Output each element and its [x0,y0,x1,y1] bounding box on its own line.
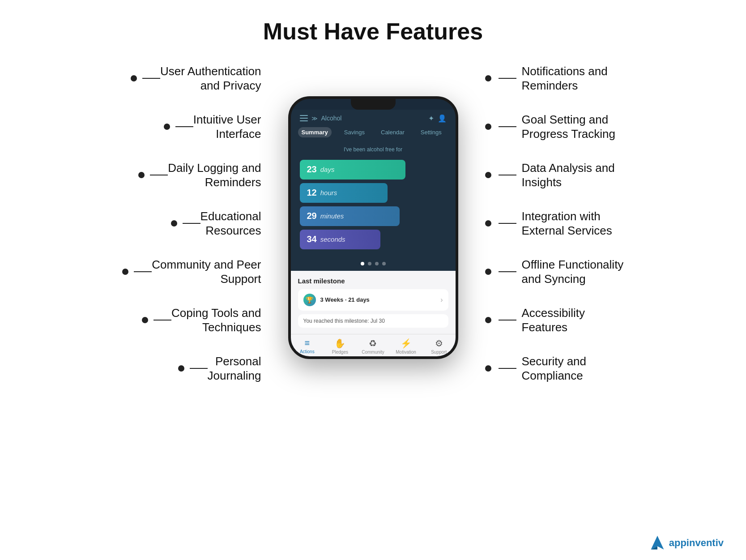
nav-community[interactable]: ♻ Community [357,338,390,355]
left-feature-daily-logging: Daily Logging and Reminders [131,155,261,195]
tab-settings[interactable]: Settings [417,127,445,137]
tab-summary[interactable]: Summary [298,127,332,137]
chevron-icon: ≫ [311,115,318,122]
phone-mockup: ≫ Alcohol ✦ 👤 Summary Savings Calendar S… [288,96,458,359]
connector-line-left-daily-logging [150,175,168,175]
timer-bar-hours: 12 hours [300,183,388,203]
left-feature-user-auth: User Authentication and Privacy [124,58,261,98]
milestone-row[interactable]: 🏆 3 Weeks · 21 days › [298,289,448,311]
feature-dot-right-integration [485,220,491,227]
nav-actions[interactable]: ≡ Actions [291,338,324,355]
connector-line-right-accessibility [499,320,516,321]
header-right: ✦ 👤 [428,114,447,123]
minutes-label: minutes [320,212,344,220]
profile-icon[interactable]: 👤 [438,114,447,123]
tab-calendar[interactable]: Calendar [377,127,408,137]
right-feature-accessibility: Accessibility Features [485,300,585,340]
app-title: Alcohol [321,115,342,122]
header-left: ≫ Alcohol [300,115,342,122]
left-feature-intuitive-ui: Intuitive User Interface [157,107,261,147]
dot-1 [361,262,364,265]
actions-icon: ≡ [304,338,310,348]
pledges-icon: ✋ [334,338,345,349]
feature-dot-left-coping-tools [142,317,148,323]
feature-dot-right-offline [485,269,491,275]
nav-pledges[interactable]: ✋ Pledges [324,338,357,355]
nav-actions-label: Actions [300,349,315,354]
feature-dot-left-educational [171,220,177,227]
feature-dot-left-user-auth [131,75,137,81]
right-feature-goal-setting: Goal Setting and Progress Tracking [485,107,616,147]
connector-line-left-educational [183,223,200,224]
milestone-date: You reached this milestone: Jul 30 [298,314,448,328]
brand-name: appinventiv [669,537,724,549]
milestone-chevron-icon: › [440,296,443,304]
hours-label: hours [320,189,337,197]
support-icon: ⚙ [435,338,443,349]
days-label: days [320,166,335,173]
nav-motivation[interactable]: ⚡ Motivation [389,338,422,355]
connector-line-left-community [134,271,152,272]
seconds-number: 34 [307,234,317,244]
connector-line-left-personal-journal [190,368,208,369]
feature-text-offline: Offline Functionality and Syncing [522,257,624,286]
nav-support-label: Support [431,350,447,355]
milestone-left: 🏆 3 Weeks · 21 days [303,294,370,306]
feature-text-daily-logging: Daily Logging and Reminders [168,161,261,190]
feature-text-data-analysis: Data Analysis and Insights [522,161,615,190]
connector-line-left-coping-tools [153,320,171,321]
feature-dot-left-intuitive-ui [164,124,170,130]
feature-dot-right-notifications [485,75,491,81]
minutes-number: 29 [307,211,317,221]
left-feature-community: Community and Peer Support [115,252,261,292]
connector-line-left-intuitive-ui [175,126,193,127]
dot-4 [382,262,386,265]
feature-dot-left-personal-journal [178,365,184,372]
bottom-nav: ≡ Actions ✋ Pledges ♻ Community ⚡ Motiva… [291,334,456,356]
page-dots [291,256,456,271]
days-number: 23 [307,164,317,175]
page-title: Must Have Features [0,0,746,58]
feature-dot-left-community [122,269,128,275]
main-layout: User Authentication and PrivacyIntuitive… [0,58,746,397]
phone-frame: ≫ Alcohol ✦ 👤 Summary Savings Calendar S… [288,96,458,359]
dot-2 [368,262,371,265]
menu-icon[interactable] [300,115,308,121]
community-nav-icon: ♻ [369,338,377,349]
feature-dot-left-daily-logging [138,172,145,178]
feature-dot-right-data-analysis [485,172,491,178]
phone-subtitle: I've been alcohol free for [291,141,456,156]
feature-dot-right-accessibility [485,317,491,323]
settings-icon[interactable]: ✦ [428,114,434,123]
nav-motivation-label: Motivation [396,350,416,355]
left-feature-coping-tools: Coping Tools and Techniques [135,300,261,340]
connector-line-left-user-auth [142,78,160,79]
feature-dot-right-security [485,365,491,372]
feature-dot-right-goal-setting [485,124,491,130]
right-features-panel: Notifications and RemindersGoal Setting … [485,58,655,397]
feature-text-goal-setting: Goal Setting and Progress Tracking [522,112,616,141]
feature-text-personal-journal: Personal Journaling [208,354,261,383]
left-feature-educational: Educational Resources [164,203,261,244]
tab-savings[interactable]: Savings [341,127,368,137]
hours-number: 12 [307,188,317,198]
connector-line-right-security [499,368,516,369]
right-feature-data-analysis: Data Analysis and Insights [485,155,615,195]
feature-text-community: Community and Peer Support [152,257,261,286]
feature-text-integration: Integration with External Services [522,209,612,238]
right-feature-security: Security and Compliance [485,348,587,389]
seconds-label: seconds [320,235,345,243]
timer-bar-minutes: 29 minutes [300,206,400,226]
feature-text-coping-tools: Coping Tools and Techniques [171,306,261,335]
feature-text-intuitive-ui: Intuitive User Interface [193,112,261,141]
motivation-icon: ⚡ [401,338,412,349]
feature-text-security: Security and Compliance [522,354,587,383]
feature-text-educational: Educational Resources [200,209,261,238]
right-feature-integration: Integration with External Services [485,203,612,244]
nav-support[interactable]: ⚙ Support [422,338,456,355]
phone-tabs: Summary Savings Calendar Settings [291,125,456,141]
milestone-section: Last milestone 🏆 3 Weeks · 21 days › You… [291,271,456,334]
timer-bar-seconds: 34 seconds [300,230,380,249]
feature-text-user-auth: User Authentication and Privacy [160,64,261,93]
timer-bar-days: 23 days [300,160,405,180]
